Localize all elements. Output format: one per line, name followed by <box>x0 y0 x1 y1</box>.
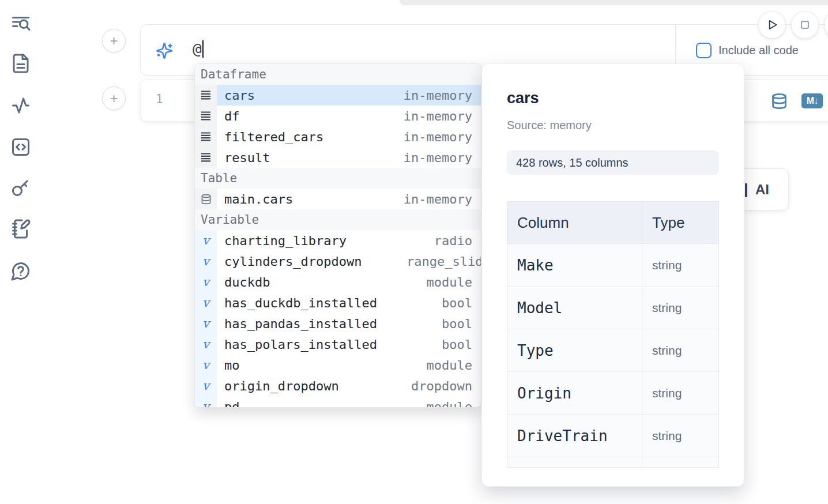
section-header-variable: Variable <box>195 209 481 230</box>
italic-v-icon: v <box>195 251 217 272</box>
line-number: 1 <box>156 92 163 106</box>
stop-button[interactable] <box>792 12 818 38</box>
stop-icon <box>797 17 812 32</box>
autocomplete-item-charting-library[interactable]: v charting_libraryradio <box>195 230 481 251</box>
activity-icon[interactable] <box>10 95 31 116</box>
italic-v-icon: v <box>195 355 217 375</box>
italic-v-icon: v <box>195 313 217 334</box>
list-search-icon[interactable] <box>10 13 31 34</box>
include-all-code-checkbox[interactable] <box>696 43 712 58</box>
italic-v-icon: v <box>195 375 217 396</box>
schema-row-partial <box>507 457 718 468</box>
previous-cell-edge <box>400 0 828 5</box>
ai-button-label: AI <box>755 182 769 198</box>
rows-icon <box>195 106 217 126</box>
file-text-icon[interactable] <box>10 53 31 74</box>
key-icon[interactable] <box>10 177 31 198</box>
database-icon <box>195 189 217 209</box>
dataframe-preview-popup: cars Source: memory 428 rows, 15 columns… <box>481 63 744 487</box>
autocomplete-item-has-duckdb-installed[interactable]: v has_duckdb_installedbool <box>195 292 481 313</box>
add-cell-button-top[interactable]: + <box>102 29 126 52</box>
italic-v-icon: v <box>195 396 217 408</box>
notebook-pen-icon[interactable] <box>10 219 31 239</box>
preview-title: cars <box>507 89 539 107</box>
sparkles-icon <box>156 42 173 59</box>
italic-v-icon: v <box>195 292 217 313</box>
autocomplete-dropdown: Dataframe carsin-memory dfin-memory filt… <box>194 63 481 408</box>
autocomplete-item-has-pandas-installed[interactable]: v has_pandas_installedbool <box>195 313 481 334</box>
type-header: Type <box>642 202 718 243</box>
column-header: Column <box>507 202 642 243</box>
section-header-dataframe: Dataframe <box>195 64 481 85</box>
run-all-button[interactable] <box>759 12 785 38</box>
rows-icon <box>195 147 217 168</box>
help-circle-icon[interactable] <box>10 261 31 281</box>
ai-prompt-input[interactable]: @ <box>193 40 204 58</box>
code-square-icon[interactable] <box>10 137 31 157</box>
shape-badge: 428 rows, 15 columns <box>507 151 719 175</box>
schema-table: Column Type Make string Model string Typ… <box>507 201 719 468</box>
text-cursor <box>202 40 204 58</box>
schema-row-origin: Origin string <box>507 372 718 415</box>
autocomplete-item-cylinders-dropdown[interactable]: v cylinders_dropdownrange_slider <box>195 251 481 272</box>
autocomplete-item-df[interactable]: dfin-memory <box>195 106 481 126</box>
preview-source: Source: memory <box>507 119 592 132</box>
autocomplete-item-duckdb[interactable]: v duckdbmodule <box>195 272 481 292</box>
add-cell-button-bottom[interactable]: + <box>102 86 126 110</box>
autocomplete-item-pd[interactable]: v pdmodule <box>195 396 481 408</box>
clipped-glyph <box>745 183 747 197</box>
autocomplete-item-mo[interactable]: v momodule <box>195 355 481 375</box>
markdown-convert-icon[interactable]: M↓ <box>801 93 823 108</box>
autocomplete-item-filtered-cars[interactable]: filtered_carsin-memory <box>195 126 481 147</box>
schema-row-make: Make string <box>507 244 718 287</box>
autocomplete-item-origin-dropdown[interactable]: v origin_dropdowndropdown <box>195 375 481 396</box>
rows-icon <box>195 126 217 147</box>
italic-v-icon: v <box>195 334 217 355</box>
schema-header-row: Column Type <box>507 202 718 244</box>
autocomplete-item-has-polars-installed[interactable]: v has_polars_installedbool <box>195 334 481 355</box>
schema-row-model: Model string <box>507 287 718 329</box>
schema-row-drivetrain: DriveTrain string <box>507 415 718 457</box>
section-header-table: Table <box>195 168 481 189</box>
italic-v-icon: v <box>195 230 217 251</box>
autocomplete-item-main-cars[interactable]: main.carsin-memory <box>195 189 481 209</box>
prompt-text: @ <box>193 40 202 58</box>
autocomplete-item-cars[interactable]: carsin-memory <box>195 85 481 106</box>
autocomplete-item-result[interactable]: resultin-memory <box>195 147 481 168</box>
play-icon <box>765 17 780 32</box>
italic-v-icon: v <box>195 272 217 292</box>
marimo-notebook: + + @ Include all code 1 <box>0 0 828 504</box>
schema-row-type: Type string <box>507 329 718 372</box>
database-icon[interactable] <box>771 93 788 110</box>
rows-icon <box>195 85 217 106</box>
include-all-code-label: Include all code <box>718 44 799 57</box>
